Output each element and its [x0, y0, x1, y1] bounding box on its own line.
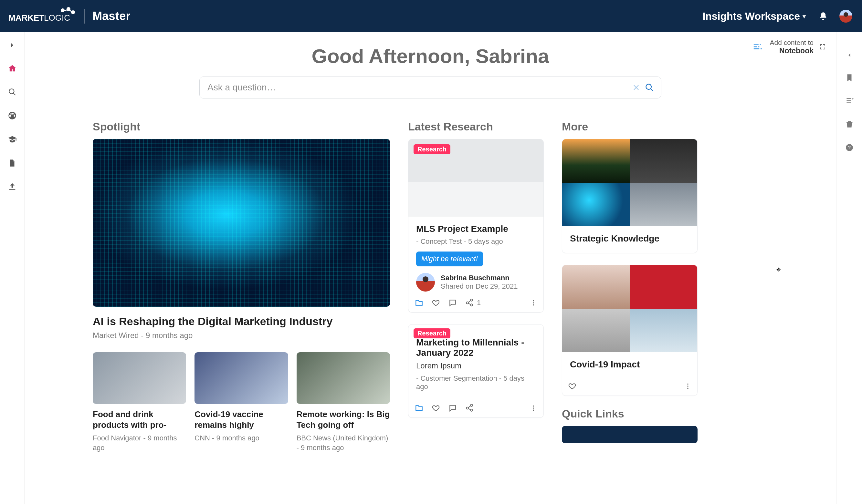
mini-thumb	[93, 352, 186, 404]
chevron-right-icon	[9, 41, 16, 49]
more-menu[interactable]	[530, 299, 537, 306]
favorite-button[interactable]	[568, 382, 576, 390]
filters-button[interactable]	[753, 42, 762, 52]
marketlogic-logo-icon: MARKET LOGIC	[9, 7, 76, 25]
author-avatar[interactable]	[416, 273, 435, 292]
nav-home[interactable]	[8, 64, 17, 73]
share-icon	[465, 299, 474, 307]
add-to-notebook[interactable]: Add content to Notebook	[770, 39, 826, 55]
share-count: 1	[477, 299, 481, 307]
rail-trash[interactable]	[845, 120, 853, 129]
more-menu[interactable]	[684, 383, 691, 390]
greeting-heading: Good Afternoon, Sabrina	[34, 44, 826, 67]
section-heading-more: More	[562, 120, 697, 133]
svg-point-2	[71, 10, 75, 14]
main-content: ⌖ Add content to Notebook Good Afternoon…	[25, 32, 836, 504]
mini-meta: BBC News (United Kingdom) - 9 months ago	[297, 433, 390, 452]
section-more: More Strategic Knowledge Covid-19 Impact	[562, 120, 697, 452]
more-menu[interactable]	[530, 404, 537, 412]
search-button[interactable]	[645, 83, 654, 92]
chevron-left-icon	[846, 52, 853, 59]
workspace-switcher[interactable]: Insights Workspace ▾	[702, 10, 806, 22]
nav-documents[interactable]	[8, 159, 16, 167]
search-icon	[645, 83, 654, 92]
comment-button[interactable]	[448, 404, 457, 412]
svg-point-12	[533, 410, 534, 411]
card-actions: 1	[408, 295, 544, 312]
add-to-notebook-label: Add content to Notebook	[770, 39, 813, 55]
comment-button[interactable]	[448, 299, 457, 307]
collapse-toggle[interactable]	[9, 41, 16, 49]
vertical-dots-icon	[684, 383, 691, 390]
shared-date: Shared on Dec 29, 2021	[441, 282, 518, 291]
svg-text:?: ?	[848, 145, 850, 150]
section-latest-research: Latest Research Research MLS Project Exa…	[408, 120, 544, 452]
user-avatar[interactable]	[839, 10, 852, 23]
vertical-dots-icon	[530, 404, 537, 412]
spotlight-hero-title[interactable]: AI is Reshaping the Digital Marketing In…	[93, 315, 390, 328]
shared-by: Sabrina Buschmann Shared on Dec 29, 2021	[416, 273, 536, 292]
research-card[interactable]: Research MLS Project Example - Concept T…	[408, 139, 544, 313]
nav-search[interactable]	[8, 88, 16, 96]
spotlight-hero-meta: Market Wired - 9 months ago	[93, 331, 390, 340]
svg-point-11	[533, 408, 534, 409]
search-input[interactable]	[207, 82, 627, 93]
mini-title: Remote working: Is Big Tech going off	[297, 409, 390, 430]
share-button[interactable]	[465, 404, 474, 412]
svg-text:LOGIC: LOGIC	[44, 13, 70, 23]
folder-button[interactable]	[415, 404, 423, 412]
mini-title: Food and drink products with pro-	[93, 409, 186, 430]
help-icon: ?	[845, 143, 853, 152]
search-bar[interactable]	[199, 77, 661, 98]
research-card[interactable]: Research Marketing to Millennials - Janu…	[408, 324, 544, 418]
rail-collapse[interactable]	[846, 52, 853, 59]
chevron-down-icon: ▾	[802, 12, 806, 20]
rail-help[interactable]: ?	[845, 143, 853, 152]
author-name: Sabrina Buschmann	[441, 274, 518, 282]
rail-bookmark[interactable]	[845, 74, 853, 82]
section-heading-latest-research: Latest Research	[408, 120, 544, 133]
nav-explore[interactable]	[8, 111, 17, 120]
bell-icon	[819, 12, 828, 21]
media-card[interactable]: Strategic Knowledge	[562, 139, 697, 253]
section-heading-spotlight: Spotlight	[93, 120, 390, 133]
share-button[interactable]	[465, 299, 474, 307]
comment-icon	[448, 299, 457, 307]
svg-point-15	[687, 388, 689, 389]
card-actions	[408, 401, 544, 417]
nav-upload[interactable]	[8, 182, 17, 191]
clear-button[interactable]	[632, 83, 640, 92]
card-meta: - Concept Test - 5 days ago	[416, 237, 536, 246]
upload-icon	[8, 182, 17, 191]
favorite-button[interactable]	[432, 404, 440, 412]
mini-title: Covid-19 vaccine remains highly	[195, 409, 288, 430]
folder-icon	[415, 404, 423, 412]
bookmark-icon	[845, 74, 853, 82]
left-nav-rail	[0, 32, 25, 504]
expand-icon	[819, 43, 826, 51]
heart-icon	[568, 382, 576, 390]
media-card[interactable]: Covid-19 Impact	[562, 265, 697, 396]
svg-point-13	[687, 384, 689, 385]
svg-point-14	[687, 385, 689, 387]
svg-point-9	[533, 304, 534, 306]
heart-icon	[432, 299, 440, 307]
quick-links-banner[interactable]	[562, 426, 697, 443]
nav-learn[interactable]	[8, 135, 17, 144]
tenant-name[interactable]: Master	[92, 9, 131, 23]
folder-icon	[415, 299, 423, 307]
spotlight-mini-card[interactable]: Covid-19 vaccine remains highly CNN - 9 …	[195, 352, 288, 452]
favorite-button[interactable]	[432, 299, 440, 307]
notifications-button[interactable]	[819, 12, 828, 21]
spotlight-mini-card[interactable]: Remote working: Is Big Tech going off BB…	[297, 352, 390, 452]
spotlight-mini-card[interactable]: Food and drink products with pro- Food N…	[93, 352, 186, 452]
expand-button[interactable]	[819, 43, 826, 51]
brand-logo[interactable]: MARKET LOGIC	[9, 7, 76, 25]
divider	[84, 9, 84, 24]
card-desc: Lorem Ipsum	[416, 361, 536, 370]
folder-button[interactable]	[415, 299, 423, 307]
mini-meta: Food Navigator - 9 months ago	[93, 433, 186, 452]
media-actions	[562, 379, 697, 396]
rail-tasks[interactable]	[845, 97, 853, 105]
spotlight-hero-image[interactable]	[93, 139, 390, 307]
